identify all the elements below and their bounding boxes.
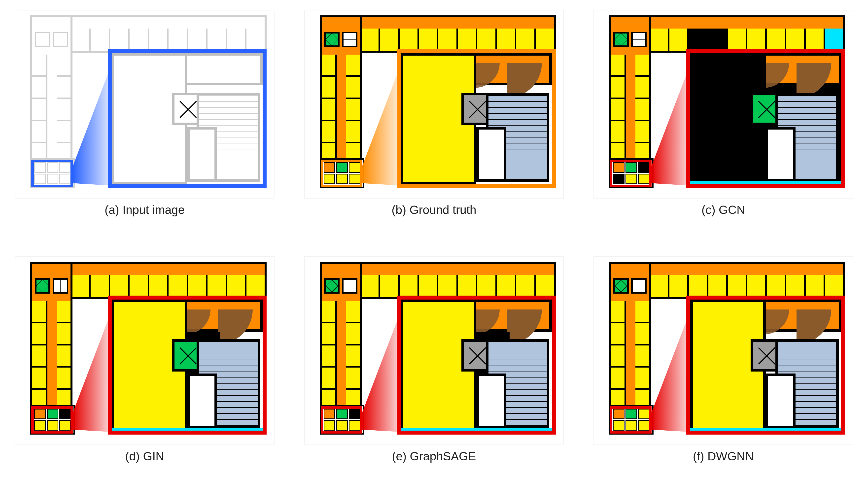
room	[495, 275, 515, 297]
room	[785, 275, 804, 297]
room	[648, 29, 668, 51]
room	[57, 120, 70, 142]
room	[245, 29, 265, 51]
room	[109, 275, 128, 297]
room	[534, 29, 554, 51]
core	[32, 18, 70, 56]
window-grid	[53, 32, 68, 47]
panel-d-wrap	[15, 256, 275, 445]
room	[515, 275, 534, 297]
panel-e	[304, 256, 564, 445]
room	[70, 275, 89, 297]
panel-b	[304, 10, 564, 198]
cell-b: (b) Ground truth	[304, 10, 564, 231]
room	[57, 366, 70, 388]
room	[322, 55, 335, 75]
room	[128, 275, 148, 297]
inset-door	[766, 127, 796, 182]
core	[322, 264, 360, 302]
room	[70, 29, 89, 51]
room	[32, 55, 46, 75]
room	[611, 75, 624, 97]
room	[359, 275, 378, 297]
room	[611, 55, 624, 75]
panel-f-wrap	[593, 256, 853, 445]
caption-d: (d) GIN	[125, 449, 164, 463]
window-grid	[342, 278, 358, 294]
core	[611, 264, 649, 302]
zoom-inset-f	[686, 295, 845, 435]
room	[148, 275, 167, 297]
room	[226, 275, 245, 297]
zoom-inset-c	[686, 49, 845, 188]
room	[437, 275, 456, 297]
room	[707, 275, 726, 297]
inset-cyan-strip	[690, 181, 841, 184]
inset-cyan-strip	[112, 427, 262, 431]
room	[437, 29, 456, 51]
inset-door	[187, 127, 217, 182]
room	[346, 344, 360, 366]
room	[636, 366, 649, 388]
room	[346, 322, 360, 344]
room	[804, 29, 824, 51]
room	[515, 29, 534, 51]
elevator-icon	[613, 278, 629, 294]
cell-c: (c) GCN	[593, 10, 853, 231]
room	[89, 275, 108, 297]
bottom-cluster	[609, 405, 654, 435]
zoom-inset-b	[397, 49, 556, 188]
room	[765, 29, 784, 51]
panel-f	[593, 256, 853, 445]
room	[668, 29, 687, 51]
room	[648, 275, 668, 297]
caption-b: (b) Ground truth	[392, 203, 476, 217]
panel-b-wrap	[304, 10, 564, 198]
caption-a: (a) Input image	[104, 203, 185, 217]
panel-d	[15, 256, 275, 445]
room	[226, 29, 245, 51]
room	[636, 301, 649, 322]
cell-a: (a) Input image	[15, 10, 275, 231]
core	[611, 18, 649, 56]
room	[687, 275, 707, 297]
room	[322, 75, 335, 97]
room	[322, 301, 335, 322]
room-misclass	[707, 29, 726, 51]
cell-e: (e) GraphSAGE	[304, 256, 564, 478]
elevator-icon	[35, 278, 50, 294]
room	[611, 301, 624, 322]
zoom-inset-a	[108, 49, 267, 188]
room	[148, 29, 167, 51]
room	[726, 275, 746, 297]
room	[346, 120, 360, 142]
room	[636, 75, 649, 97]
room	[322, 120, 335, 142]
room	[804, 275, 824, 297]
room	[32, 344, 46, 366]
room	[128, 29, 148, 51]
elevator-icon	[35, 32, 50, 47]
bottom-cluster	[320, 158, 364, 188]
elevator-icon	[324, 32, 340, 47]
room	[824, 275, 843, 297]
room	[57, 75, 70, 97]
room	[32, 75, 46, 97]
inset-door	[187, 374, 217, 428]
panel-c-wrap	[593, 10, 853, 198]
room	[32, 301, 46, 322]
room	[611, 344, 624, 366]
elevator-icon	[324, 278, 340, 294]
room	[346, 301, 360, 322]
room	[346, 55, 360, 75]
room	[417, 275, 437, 297]
window-grid	[631, 32, 647, 47]
room	[32, 98, 46, 120]
room	[57, 344, 70, 366]
room	[322, 366, 335, 388]
room	[378, 29, 398, 51]
room	[32, 120, 46, 142]
room-misclass	[687, 29, 707, 51]
window-grid	[631, 278, 647, 294]
room	[167, 29, 186, 51]
